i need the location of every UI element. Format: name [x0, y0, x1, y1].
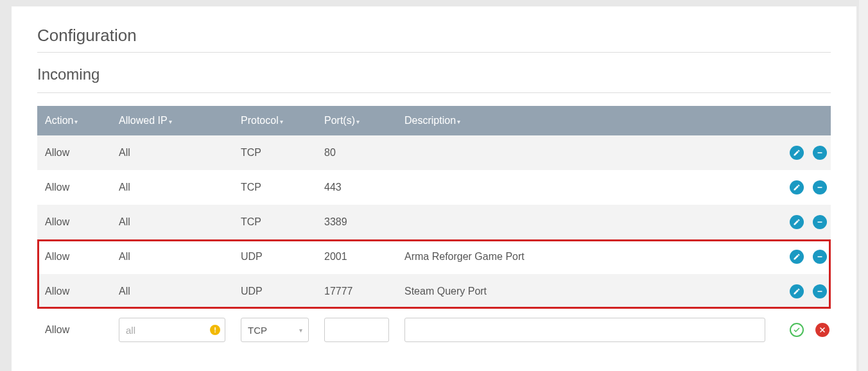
cell-row-actions [773, 205, 831, 239]
cell-ports: 80 [317, 135, 397, 170]
port-input[interactable] [324, 318, 389, 342]
col-header-ports[interactable]: Port(s)▾ [317, 106, 397, 135]
table-header-row: Action▾ Allowed IP▾ Protocol▾ Port(s)▾ D… [37, 106, 831, 135]
cell-description [397, 205, 773, 239]
cell-ports: 17777 [317, 274, 397, 309]
svg-rect-1 [818, 187, 822, 188]
pencil-icon [793, 253, 801, 261]
svg-rect-0 [818, 152, 822, 153]
cell-protocol: TCP [233, 170, 317, 205]
cell-protocol: UDP [233, 239, 317, 274]
edit-button[interactable] [790, 215, 804, 229]
cell-ip: All [111, 274, 233, 309]
pencil-icon [793, 218, 801, 226]
remove-button[interactable] [813, 180, 827, 194]
cell-ip: All [111, 170, 233, 205]
scrollbar[interactable] [859, 0, 868, 371]
minus-icon [816, 253, 824, 261]
cell-action: Allow [37, 205, 111, 239]
cell-row-actions [773, 239, 831, 274]
col-header-description[interactable]: Description▾ [397, 106, 773, 135]
svg-rect-2 [818, 221, 822, 223]
remove-button[interactable] [813, 215, 827, 229]
cell-description [397, 135, 773, 170]
minus-icon [816, 184, 824, 191]
minus-icon [816, 218, 824, 226]
check-icon [793, 326, 801, 334]
sort-caret-icon: ▾ [169, 118, 172, 125]
table-row: AllowAllTCP443 [37, 170, 831, 205]
svg-rect-4 [818, 291, 822, 292]
svg-rect-3 [818, 256, 822, 257]
cell-ports: 2001 [317, 239, 397, 274]
cell-action: Allow [37, 239, 111, 274]
edit-button[interactable] [790, 250, 804, 264]
sort-caret-icon: ▾ [457, 118, 460, 125]
col-header-action[interactable]: Action▾ [37, 106, 111, 135]
edit-button[interactable] [790, 146, 804, 160]
page-title: Configuration [37, 26, 831, 46]
cell-ports: 3389 [317, 205, 397, 239]
incoming-title: Incoming [37, 65, 831, 83]
pencil-icon [793, 149, 801, 157]
table-row: AllowAllTCP3389 [37, 205, 831, 239]
new-rule-row: Allow ! TCP ▾ [37, 309, 831, 351]
remove-button[interactable] [813, 250, 827, 264]
cell-protocol: UDP [233, 274, 317, 309]
warning-icon: ! [210, 325, 220, 335]
config-card: Configuration Incoming Action▾ Allowed I… [12, 6, 856, 371]
cancel-button[interactable] [815, 323, 829, 337]
sort-caret-icon: ▾ [74, 118, 78, 125]
cell-ip: All [111, 135, 233, 170]
close-icon [819, 326, 826, 334]
col-header-actions [773, 106, 831, 135]
protocol-select[interactable]: TCP [241, 318, 309, 342]
table-row: AllowAllUDP17777Steam Query Port [37, 274, 831, 309]
minus-icon [816, 288, 824, 295]
remove-button[interactable] [813, 284, 827, 298]
cell-action: Allow [37, 170, 111, 205]
col-header-allowed-ip[interactable]: Allowed IP▾ [111, 106, 233, 135]
table-row: AllowAllUDP2001Arma Reforger Game Port [37, 239, 831, 274]
sort-caret-icon: ▾ [356, 118, 360, 125]
new-rule-action: Allow [37, 309, 111, 351]
cell-protocol: TCP [233, 135, 317, 170]
firewall-table: Action▾ Allowed IP▾ Protocol▾ Port(s)▾ D… [37, 106, 831, 351]
cell-ip: All [111, 205, 233, 239]
cell-ip: All [111, 239, 233, 274]
col-header-protocol[interactable]: Protocol▾ [233, 106, 317, 135]
pencil-icon [793, 288, 801, 295]
cell-ports: 443 [317, 170, 397, 205]
divider [37, 52, 831, 53]
cell-description: Steam Query Port [397, 274, 773, 309]
description-input[interactable] [404, 318, 765, 342]
remove-button[interactable] [813, 146, 827, 160]
cell-description [397, 170, 773, 205]
cell-row-actions [773, 170, 831, 205]
divider [37, 92, 831, 93]
cell-description: Arma Reforger Game Port [397, 239, 773, 274]
cell-row-actions [773, 135, 831, 170]
confirm-button[interactable] [790, 323, 804, 337]
sort-caret-icon: ▾ [280, 118, 283, 125]
minus-icon [816, 149, 824, 157]
cell-row-actions [773, 274, 831, 309]
edit-button[interactable] [790, 180, 804, 194]
cell-protocol: TCP [233, 205, 317, 239]
cell-action: Allow [37, 274, 111, 309]
pencil-icon [793, 184, 801, 191]
edit-button[interactable] [790, 284, 804, 298]
cell-action: Allow [37, 135, 111, 170]
table-row: AllowAllTCP80 [37, 135, 831, 170]
